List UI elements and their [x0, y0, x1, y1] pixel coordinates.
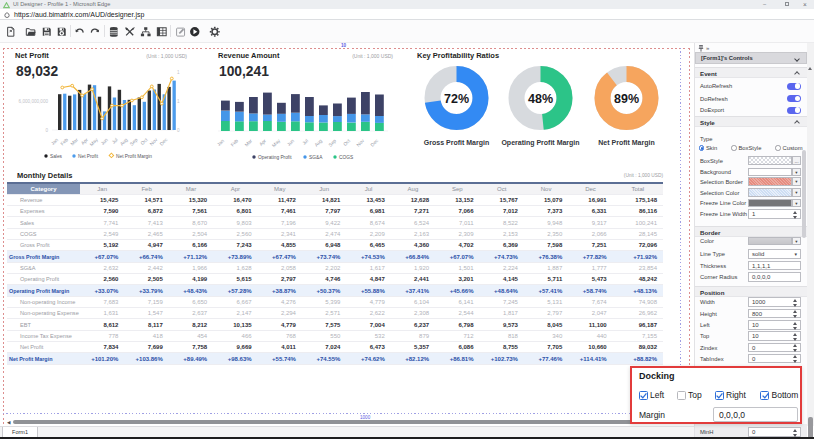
svg-text:0: 0: [177, 128, 180, 133]
svg-text:Jul: Jul: [301, 138, 309, 146]
svg-text:Net Profit: Net Profit: [78, 154, 99, 159]
svg-text:Net Profit Margin: Net Profit Margin: [116, 154, 152, 159]
svg-text:Jan: Jan: [50, 137, 59, 146]
svg-text:48%: 48%: [528, 92, 553, 106]
svg-text:Gross Profit Margin: Gross Profit Margin: [424, 139, 489, 147]
svg-text:89,032: 89,032: [16, 64, 59, 79]
svg-text:Nov: Nov: [356, 138, 366, 148]
svg-text:Oct: Oct: [342, 138, 351, 147]
svg-text:Apr: Apr: [80, 137, 89, 146]
svg-text:0: 0: [45, 128, 48, 133]
svg-text:Key Profitability Ratios: Key Profitability Ratios: [417, 51, 499, 60]
svg-text:Sales: Sales: [50, 154, 63, 159]
svg-text:Apr: Apr: [258, 138, 267, 147]
svg-text:Mar: Mar: [244, 138, 254, 148]
svg-text:(Unit : 1,000 USD): (Unit : 1,000 USD): [352, 53, 393, 59]
svg-text:Jul: Jul: [111, 137, 119, 145]
svg-text:May: May: [89, 137, 99, 147]
svg-text:100,241: 100,241: [219, 64, 269, 79]
svg-text:Sep: Sep: [129, 137, 139, 147]
svg-text:1: 1: [177, 99, 180, 104]
svg-text:Net Profit Margin: Net Profit Margin: [598, 139, 654, 147]
svg-text:Jun: Jun: [100, 137, 109, 146]
svg-text:Dec: Dec: [370, 138, 380, 148]
svg-text:SG&A: SG&A: [309, 155, 323, 160]
svg-text:Mar: Mar: [70, 137, 80, 147]
svg-text:Dec: Dec: [159, 137, 169, 147]
svg-text:Aug: Aug: [314, 138, 324, 148]
svg-text:Oct: Oct: [140, 137, 149, 146]
svg-text:Sep: Sep: [328, 138, 338, 148]
svg-text:Aug: Aug: [119, 137, 129, 147]
svg-text:Feb: Feb: [230, 138, 240, 148]
svg-text:COGS: COGS: [339, 155, 353, 160]
svg-text:Operating Profit: Operating Profit: [258, 155, 292, 160]
svg-text:Nov: Nov: [149, 137, 159, 147]
svg-text:Net Profit: Net Profit: [15, 51, 49, 60]
svg-text:Operating Profit Margin: Operating Profit Margin: [501, 139, 579, 147]
svg-text:Jan: Jan: [216, 138, 225, 147]
svg-text:May: May: [271, 138, 281, 148]
svg-text:6,000,000,000: 6,000,000,000: [19, 99, 49, 104]
svg-text:89%: 89%: [614, 92, 639, 106]
svg-text:(Unit : 1,000 USD): (Unit : 1,000 USD): [146, 53, 187, 59]
svg-text:72%: 72%: [444, 92, 469, 106]
svg-text:Revenue Amount: Revenue Amount: [218, 51, 280, 60]
svg-text:Jun: Jun: [286, 138, 295, 147]
svg-text:Feb: Feb: [60, 137, 70, 147]
svg-text:1: 1: [177, 70, 180, 75]
